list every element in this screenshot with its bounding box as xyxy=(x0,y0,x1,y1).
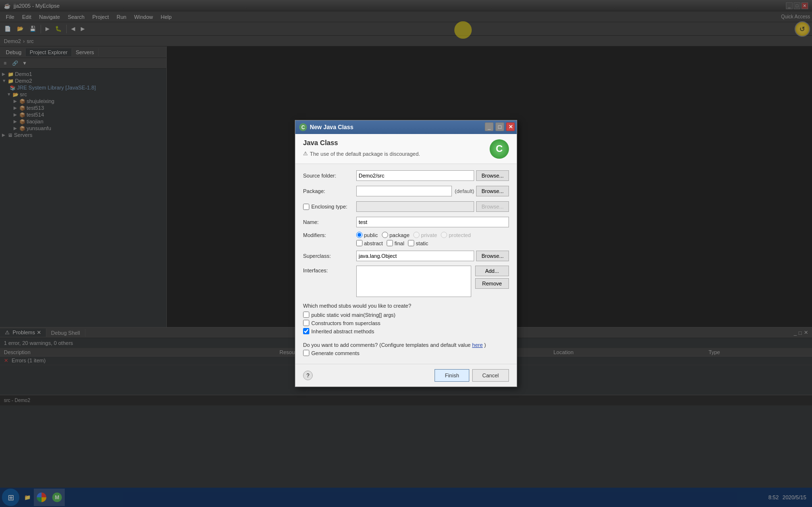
superclass-browse-btn[interactable]: Browse... xyxy=(476,251,509,261)
modifier-static-label: static xyxy=(408,240,428,246)
modifier-package-radio[interactable] xyxy=(382,232,388,238)
new-java-class-dialog: C New Java Class _ □ ✕ Java Class ⚠ The … xyxy=(295,120,517,387)
modifier-final-label: final xyxy=(387,240,404,246)
package-label: Package: xyxy=(303,188,356,194)
method-stubs-section: Which method stubs would you like to cre… xyxy=(303,301,509,338)
modifier-abstract-checkbox[interactable] xyxy=(356,240,362,246)
warning-text: The use of the default package is discou… xyxy=(310,151,420,157)
dialog-header-text: Java Class xyxy=(303,139,486,147)
dialog-max-btn[interactable]: □ xyxy=(495,122,504,131)
name-label: Name: xyxy=(303,219,356,225)
finish-btn[interactable]: Finish xyxy=(435,369,469,382)
modifier-abstract-label: abstract xyxy=(356,240,383,246)
interfaces-row: Interfaces: Add... Remove xyxy=(303,266,509,297)
interfaces-remove-btn[interactable]: Remove xyxy=(475,278,509,289)
enclosing-type-browse-btn[interactable]: Browse... xyxy=(476,201,509,212)
dialog-titlebar-icon: C xyxy=(299,123,307,131)
package-hint: (default) xyxy=(455,188,474,194)
modifiers-row-1: Modifiers: public package private xyxy=(303,232,509,246)
enclosing-type-input[interactable] xyxy=(356,201,474,212)
dialog-body: Source folder: Browse... Package: (defau… xyxy=(295,164,517,364)
stub-inherited-checkbox[interactable] xyxy=(303,328,309,334)
stub-constructors-checkbox[interactable] xyxy=(303,320,309,326)
method-stubs-title: Which method stubs would you like to cre… xyxy=(303,303,509,309)
dialog-overlay: C New Java Class _ □ ✕ Java Class ⚠ The … xyxy=(0,0,812,507)
interfaces-label: Interfaces: xyxy=(303,266,356,273)
stub-main-checkbox[interactable] xyxy=(303,312,309,318)
stub-constructors-item: Constructors from superclass xyxy=(303,320,509,326)
enclosing-type-label: Enclosing type: xyxy=(303,204,356,210)
dialog-help-btn[interactable]: ? xyxy=(303,371,313,380)
generate-comments-item: Generate comments xyxy=(303,350,509,356)
cancel-btn[interactable]: Cancel xyxy=(472,369,509,382)
modifier-public-radio[interactable] xyxy=(356,232,362,238)
dialog-close-btn[interactable]: ✕ xyxy=(506,122,515,131)
stub-main-item: public static void main(String[] args) xyxy=(303,312,509,318)
interfaces-add-btn[interactable]: Add... xyxy=(475,266,509,276)
name-row: Name: xyxy=(303,216,509,228)
modifier-final-checkbox[interactable] xyxy=(387,240,393,246)
generate-comments-checkbox[interactable] xyxy=(303,350,309,356)
modifier-public-label: public xyxy=(356,232,378,238)
modifier-protected-radio[interactable] xyxy=(441,232,447,238)
enclosing-type-row: Enclosing type: Browse... xyxy=(303,201,509,212)
superclass-row: Superclass: Browse... xyxy=(303,250,509,262)
dialog-header: Java Class ⚠ The use of the default pack… xyxy=(295,134,517,164)
source-folder-input[interactable] xyxy=(356,170,474,181)
comments-question: Do you want to add comments? (Configure … xyxy=(303,342,509,348)
package-row: Package: (default) Browse... xyxy=(303,185,509,197)
package-input[interactable] xyxy=(356,186,452,196)
dialog-logo: C xyxy=(490,139,509,159)
warning-icon: ⚠ xyxy=(303,150,308,157)
modifier-static-checkbox[interactable] xyxy=(408,240,414,246)
source-folder-row: Source folder: Browse... xyxy=(303,170,509,181)
superclass-input[interactable] xyxy=(356,251,474,261)
modifiers-label: Modifiers: xyxy=(303,232,356,238)
modifier-private-radio[interactable] xyxy=(413,232,420,238)
package-browse-btn[interactable]: Browse... xyxy=(476,186,509,196)
comments-link[interactable]: here xyxy=(472,342,483,348)
dialog-titlebar: C New Java Class _ □ ✕ xyxy=(295,120,517,134)
modifier-private-label: private xyxy=(413,232,437,238)
superclass-label: Superclass: xyxy=(303,253,356,259)
dialog-footer: ? Finish Cancel xyxy=(295,364,517,387)
dialog-min-btn[interactable]: _ xyxy=(485,122,493,131)
dialog-warning: ⚠ The use of the default package is disc… xyxy=(303,149,486,159)
source-folder-browse-btn[interactable]: Browse... xyxy=(476,170,509,181)
source-folder-label: Source folder: xyxy=(303,173,356,179)
name-input[interactable] xyxy=(356,217,509,227)
modifiers-access-row: public package private protected xyxy=(356,232,471,238)
stub-inherited-item: Inherited abstract methods xyxy=(303,328,509,334)
dialog-action-btns: Finish Cancel xyxy=(435,369,509,382)
comments-section: Do you want to add comments? (Configure … xyxy=(303,342,509,358)
interfaces-input[interactable] xyxy=(356,266,471,297)
modifier-package-label: package xyxy=(382,232,410,238)
modifiers-extra-row: abstract final static xyxy=(356,240,428,246)
dialog-title: New Java Class xyxy=(310,124,353,131)
modifier-protected-label: protected xyxy=(441,232,471,238)
enclosing-type-checkbox[interactable] xyxy=(303,204,309,210)
